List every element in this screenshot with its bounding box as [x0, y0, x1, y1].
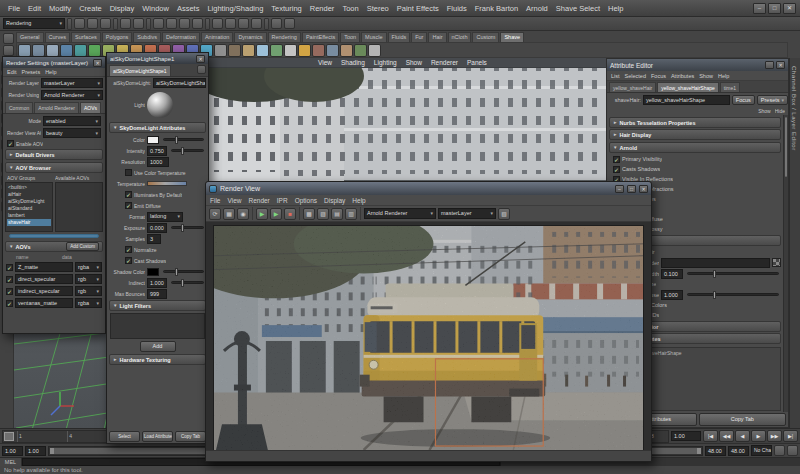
shelf-tab[interactable]: Shave [500, 32, 524, 42]
shelf-tool-icon[interactable] [88, 44, 101, 57]
construction-history-icon[interactable] [212, 18, 223, 29]
render-view-window[interactable]: Render View FileViewRenderIPROptionsDisp… [205, 181, 652, 462]
shelf-tool-icon[interactable] [18, 44, 31, 57]
playback-start-field[interactable]: 1.00 [25, 446, 46, 456]
channel-box-layer-editor-tab[interactable]: Channel Box / Layer Editor [791, 66, 797, 151]
playback-end-field[interactable]: 48.00 [705, 446, 726, 456]
skydome-action-button[interactable]: Load Attributes [142, 431, 173, 442]
aov-enabled-checkbox[interactable] [6, 276, 13, 283]
playback-button[interactable]: ▶ [751, 430, 766, 442]
checkbox[interactable] [613, 166, 620, 173]
attribute-editor-menu-item[interactable]: Show [699, 73, 713, 79]
skydome-action-button[interactable]: Copy Tab [175, 431, 206, 442]
undo-icon[interactable] [120, 18, 131, 29]
exposure-field[interactable]: 0.000 [147, 223, 167, 233]
close-icon[interactable] [196, 55, 205, 63]
minimize-icon[interactable] [753, 3, 766, 14]
samples-field[interactable]: 3 [147, 234, 161, 244]
current-frame-marker[interactable] [4, 432, 14, 441]
panel-menu-item[interactable]: Renderer [431, 59, 458, 66]
aov-enabled-checkbox[interactable] [6, 264, 13, 271]
aov-group-item[interactable]: aiStandard [7, 205, 51, 212]
shelf-tab[interactable]: PaintEffects [302, 32, 339, 42]
menu-item[interactable]: Fluids [443, 4, 471, 13]
selection-mask-icon[interactable] [284, 18, 295, 29]
shelf-tool-icon[interactable] [228, 44, 241, 57]
menu-item[interactable]: Create [75, 4, 106, 13]
menu-item[interactable]: Toon [338, 4, 362, 13]
render-icon[interactable] [225, 18, 236, 29]
hardware-texturing-section[interactable]: Hardware Texturing [109, 354, 206, 365]
aov-browser-splitter[interactable] [9, 234, 99, 238]
shelf-tab[interactable]: Curves [45, 32, 70, 42]
status-group-divider[interactable] [146, 18, 151, 30]
playback-button[interactable]: ▶▶ [767, 430, 782, 442]
render-view-menu-item[interactable]: Display [324, 197, 345, 204]
shelf-tool-icon[interactable] [340, 44, 353, 57]
hide-label[interactable]: Hide [775, 108, 785, 114]
skydome-titlebar[interactable]: aiSkyDomeLightShape1 [107, 53, 208, 64]
menu-item[interactable]: Frank Barton [471, 4, 522, 13]
panel-menu-item[interactable]: Shading [341, 59, 365, 66]
shelf-tab[interactable]: Rendering [268, 32, 301, 42]
render-settings-tab[interactable]: Arnold Renderer [34, 102, 79, 113]
menu-item[interactable]: Render [306, 4, 339, 13]
max-bounces-field[interactable]: 999 [147, 289, 167, 299]
texture-map-icon[interactable] [772, 258, 781, 267]
open-scene-icon[interactable] [87, 18, 98, 29]
format-selector[interactable]: latlong [147, 212, 183, 222]
render-layer-selector[interactable]: masterLayer [41, 78, 103, 88]
menu-item[interactable]: Paint Effects [393, 4, 443, 13]
resolution-field[interactable]: 1000 [147, 157, 169, 167]
remove-image-icon[interactable]: ▥ [345, 208, 357, 220]
default-drivers-section[interactable]: Default Drivers [5, 149, 103, 160]
min-pixel-width-field[interactable]: 0.100 [661, 269, 683, 279]
shelf-tab-arrow-icon[interactable] [3, 33, 14, 44]
aov-groups-list[interactable]: <builtin>aiHairaiSkyDomeLightaiStandardl… [5, 182, 53, 232]
skydome-attributes-section[interactable]: SkyDomeLight Attributes [109, 122, 206, 133]
normalize-checkbox[interactable] [125, 246, 132, 253]
attribute-editor-menu-item[interactable]: List [611, 73, 620, 79]
aov-enabled-checkbox[interactable] [6, 288, 13, 295]
playback-button[interactable]: ◀◀ [719, 430, 734, 442]
save-scene-icon[interactable] [100, 18, 111, 29]
cast-shadows-checkbox[interactable] [125, 257, 132, 264]
shelf-tool-icon[interactable] [46, 44, 59, 57]
attribute-editor-menu-item[interactable]: Help [718, 73, 729, 79]
rgb-channels-icon[interactable]: ▩ [303, 208, 315, 220]
attribute-editor-menu-item[interactable]: Selected [625, 73, 646, 79]
alpha-channel-icon[interactable]: ▨ [317, 208, 329, 220]
render-settings-menu-item[interactable]: Help [45, 69, 56, 75]
attribute-editor-action-button[interactable]: Copy Tab [699, 413, 787, 426]
aov-group-item[interactable]: aiSkyDomeLight [7, 198, 51, 205]
attribute-editor-menu-item[interactable]: Focus [651, 73, 666, 79]
checkbox[interactable] [613, 156, 620, 163]
renderer-selector[interactable]: Arnold Renderer [41, 90, 103, 100]
menu-item[interactable]: File [4, 4, 24, 13]
arnold-section-header[interactable]: Arnold [609, 142, 781, 153]
close-icon[interactable] [783, 3, 796, 14]
aov-mode-selector[interactable]: enabled [43, 116, 101, 126]
render-view-renderer-selector[interactable]: Arnold Renderer [364, 208, 436, 219]
shelf-tab[interactable]: Muscle [361, 32, 386, 42]
auto-keyframe-icon[interactable] [774, 445, 785, 456]
menu-item[interactable]: Modify [45, 4, 75, 13]
tab-list-icon[interactable] [197, 65, 206, 74]
render-view-aov-selector[interactable]: beauty [43, 128, 101, 138]
render-settings-tab[interactable]: Common [5, 102, 33, 113]
intensity-field[interactable]: 0.750 [147, 146, 167, 156]
aov-group-item[interactable]: <builtin> [7, 184, 51, 191]
indirect-diffuse-field[interactable]: 1.000 [661, 290, 683, 300]
render-settings-window[interactable]: Render Settings (masterLayer) EditPreset… [2, 56, 106, 334]
color-swatch[interactable] [147, 136, 159, 144]
aovs-section[interactable]: AOVs Add Custom [5, 241, 103, 252]
snapshot-icon[interactable]: ◉ [237, 208, 249, 220]
panel-menu-item[interactable]: View [318, 59, 332, 66]
attribute-editor-menu-item[interactable]: Attributes [671, 73, 694, 79]
new-scene-icon[interactable] [74, 18, 85, 29]
light-preview-swatch[interactable] [147, 92, 173, 118]
intensity-slider[interactable] [171, 149, 204, 152]
menu-item[interactable]: Edit [24, 4, 45, 13]
aov-browser-section[interactable]: AOV Browser [5, 162, 103, 173]
shelf-tab[interactable]: Toon [340, 32, 360, 42]
